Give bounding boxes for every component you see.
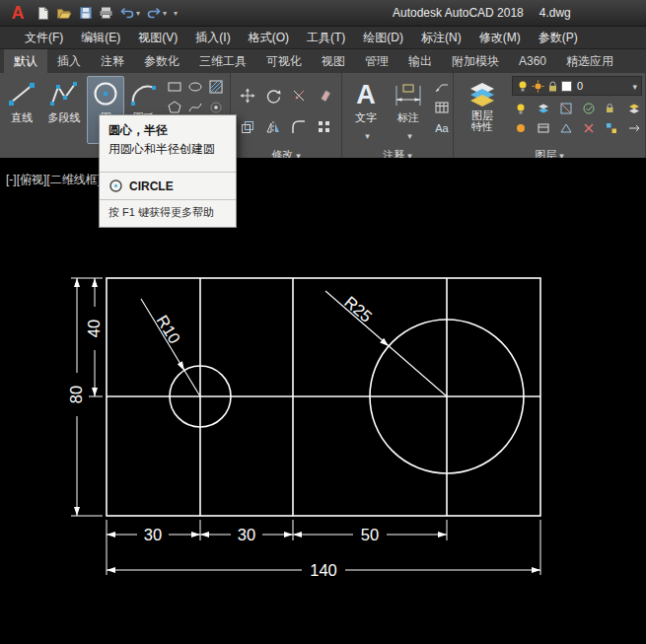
menu-item-parametric[interactable]: 参数(P): [530, 27, 587, 48]
save-button[interactable]: [76, 2, 96, 24]
layer-tool-icon[interactable]: [580, 119, 597, 136]
menu-item-modify[interactable]: 修改(M): [470, 27, 530, 48]
dimension-button[interactable]: 标注: [387, 76, 430, 144]
new-file-button[interactable]: [34, 2, 53, 24]
layer-tool-icon[interactable]: [512, 119, 529, 136]
text-label: 文字: [355, 110, 377, 125]
tab-annotate[interactable]: 注释: [91, 49, 134, 73]
open-file-button[interactable]: [53, 2, 76, 24]
tooltip-help-text: 按 F1 键获得更多帮助: [100, 200, 236, 227]
modify-tools: [234, 76, 338, 143]
layer-tool-icon[interactable]: [603, 100, 619, 116]
menu-item-insert[interactable]: 插入(I): [186, 27, 239, 48]
text-button[interactable]: A 文字: [345, 76, 387, 144]
viewport-controls[interactable]: [-][俯视][二维线框]: [6, 172, 101, 188]
plot-button[interactable]: [96, 2, 116, 24]
layer-thaw-sun-icon: [532, 80, 544, 93]
tooltip-description: 用圆心和半径创建圆: [100, 141, 236, 172]
quick-access-toolbar: ▾ ▾ ▾: [34, 2, 180, 24]
copy-tool-icon[interactable]: [240, 119, 256, 136]
menu-item-edit[interactable]: 编辑(E): [72, 27, 129, 48]
drawing-canvas[interactable]: [-][俯视][二维线框]: [0, 158, 646, 644]
radius-r25-label: R25: [341, 293, 376, 325]
tab-visualize[interactable]: 可视化: [256, 49, 312, 73]
menu-item-view[interactable]: 视图(V): [129, 27, 186, 48]
layer-tool-icon[interactable]: [557, 100, 574, 116]
polyline-button[interactable]: 多段线: [41, 76, 88, 126]
polygon-tool-icon[interactable]: [167, 99, 183, 115]
hatch-tool-icon[interactable]: [208, 78, 225, 95]
tab-featured-apps[interactable]: 精选应用: [556, 49, 623, 73]
line-button[interactable]: 直线: [3, 76, 41, 126]
dim-140-label: 140: [310, 561, 337, 579]
array-tool-icon[interactable]: [317, 119, 333, 136]
layer-properties-button[interactable]: 图层 特性: [457, 76, 508, 133]
layer-tool-icon[interactable]: [557, 119, 574, 136]
text-caret-icon: [362, 125, 370, 143]
rotate-tool-icon[interactable]: [265, 88, 282, 105]
layer-tool-icon[interactable]: [625, 100, 642, 116]
erase-tool-icon[interactable]: [317, 88, 333, 105]
app-title: Autodesk AutoCAD 2018: [393, 6, 524, 20]
tooltip-circle-icon: [108, 179, 123, 193]
undo-button[interactable]: ▾: [116, 2, 143, 24]
trim-tool-icon[interactable]: [291, 88, 308, 105]
tab-a360[interactable]: A360: [509, 49, 556, 73]
layer-tool-icon[interactable]: [580, 100, 597, 116]
tab-parametric[interactable]: 参数化: [134, 49, 189, 73]
layer-tool-icon[interactable]: [603, 119, 619, 136]
panel-modify: 修改: [231, 73, 342, 164]
undo-caret-icon[interactable]: ▾: [136, 9, 140, 18]
svg-text:Aa: Aa: [435, 122, 449, 134]
layer-tool-icon[interactable]: [625, 119, 642, 136]
window-title: Autodesk AutoCAD 2018 4.dwg: [393, 0, 571, 26]
leader-tool-icon[interactable]: [433, 78, 450, 95]
panel-annotate: A 文字 标注 Aa 注释: [342, 73, 454, 164]
text-style-tool-icon[interactable]: Aa: [433, 119, 450, 136]
spline-tool-icon[interactable]: [187, 99, 204, 115]
tooltip-command-name: CIRCLE: [129, 179, 174, 193]
redo-caret-icon[interactable]: ▾: [163, 9, 167, 18]
drawing-geometry: [107, 278, 540, 516]
line-label: 直线: [11, 110, 33, 125]
menu-item-tools[interactable]: 工具(T): [298, 27, 354, 48]
move-tool-icon[interactable]: [240, 88, 256, 105]
layer-tool-icon[interactable]: [512, 100, 529, 116]
table-tool-icon[interactable]: [433, 99, 450, 115]
tab-add-ins[interactable]: 附加模块: [442, 49, 509, 73]
menu-item-draw[interactable]: 绘图(D): [354, 27, 412, 48]
tab-view[interactable]: 视图: [312, 49, 355, 73]
redo-button[interactable]: ▾: [143, 2, 170, 24]
point-tool-icon[interactable]: [208, 99, 225, 115]
document-title: 4.dwg: [539, 6, 571, 20]
dimension-caret-icon: [404, 125, 412, 143]
fillet-tool-icon[interactable]: [291, 119, 308, 136]
menu-item-file[interactable]: 文件(F): [16, 27, 72, 48]
autocad-logo[interactable]: A: [6, 2, 30, 24]
model-drawing: 40 80 30 30 50 140 R10 R25: [0, 158, 646, 644]
tab-output[interactable]: 输出: [398, 49, 442, 73]
qat-menu-button[interactable]: ▾: [170, 2, 180, 24]
layer-select[interactable]: 0: [512, 76, 642, 96]
annotate-extra-tools: Aa: [433, 78, 450, 136]
tab-insert[interactable]: 插入: [47, 49, 91, 73]
tab-3d-tools[interactable]: 三维工具: [189, 49, 256, 73]
layer-tool-icon[interactable]: [535, 100, 551, 116]
rectangle-tool-icon[interactable]: [167, 78, 183, 95]
menu-item-format[interactable]: 格式(O): [240, 27, 298, 48]
layer-tools: [512, 100, 642, 136]
menu-item-dimension[interactable]: 标注(N): [412, 27, 470, 48]
ribbon: 直线 多段线 圆 圆弧: [0, 73, 646, 165]
circle-tooltip: 圆心，半径 用圆心和半径创建圆 CIRCLE 按 F1 键获得更多帮助: [99, 114, 237, 228]
tab-manage[interactable]: 管理: [355, 49, 398, 73]
polyline-icon: [48, 79, 80, 108]
save-icon: [79, 6, 93, 20]
text-tool-icon: A: [350, 79, 382, 108]
tab-default[interactable]: 默认: [4, 49, 47, 73]
layer-tool-icon[interactable]: [535, 119, 551, 136]
mirror-tool-icon[interactable]: [265, 119, 282, 136]
ellipse-tool-icon[interactable]: [187, 78, 204, 95]
redo-icon: [146, 6, 162, 20]
layer-properties-icon: [467, 79, 498, 108]
dim-50-label: 50: [361, 526, 379, 543]
